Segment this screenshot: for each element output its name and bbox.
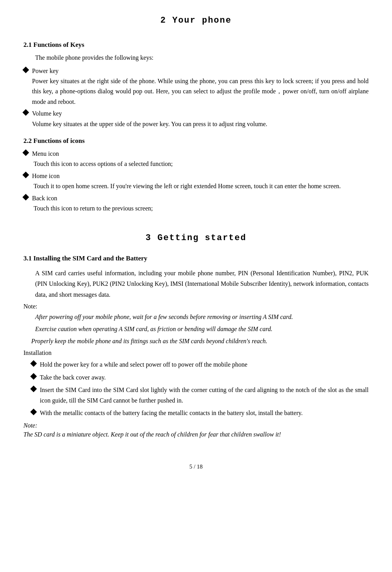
chapter2-title: 2 Your phone — [23, 16, 369, 25]
bullet-diamond-install-4 — [30, 408, 37, 415]
install-item-1: Hold the power key for a while and selec… — [31, 360, 369, 370]
bullet-diamond-menu — [23, 149, 29, 156]
note2-text: Exercise caution when operating A SIM ca… — [35, 324, 369, 334]
page-number: 5 / 18 — [189, 463, 203, 470]
section31-body1: A SIM card carries useful information, i… — [35, 268, 369, 300]
bullet-diamond-install-2 — [30, 373, 37, 380]
bullet-diamond-power — [23, 66, 29, 73]
section22-heading-text: 2.2 Functions of icons — [23, 137, 85, 144]
section22-heading: 2.2 Functions of icons — [23, 137, 369, 145]
install-text-2: Take the back cover away. — [40, 372, 369, 383]
power-key-content: Power key Power key situates at the righ… — [32, 66, 369, 107]
power-key-item: Power key Power key situates at the righ… — [23, 66, 369, 107]
section31-heading-text: 3.1 Installing the SIM Card and the Batt… — [23, 255, 147, 262]
menu-icon-item: Menu icon Touch this icon to access opti… — [23, 149, 369, 169]
note-label: Note: — [23, 303, 369, 310]
installation-label: Installation — [23, 349, 369, 356]
bullet-diamond-install-3 — [30, 386, 37, 392]
bullet-diamond-install-1 — [30, 360, 37, 367]
home-icon-content: Home icon Touch it to open home screen. … — [32, 171, 369, 192]
install-item-4: With the metallic contacts of the batter… — [31, 408, 369, 418]
section21-heading: 2.1 Functions of Keys — [23, 41, 369, 49]
back-icon-desc: Touch this icon to return to the previou… — [34, 203, 369, 214]
note-final-text: The SD card is a miniature object. Keep … — [23, 429, 369, 440]
volume-key-content: Volume key Volume key situates at the up… — [32, 109, 369, 129]
back-icon-title: Back icon — [32, 193, 369, 203]
page-container: 2 Your phone 2.1 Functions of Keys The m… — [23, 16, 369, 470]
page-footer: 5 / 18 — [23, 463, 369, 470]
bullet-diamond-home — [23, 171, 29, 178]
section21-heading-text: 2.1 Functions of Keys — [23, 41, 84, 48]
volume-key-desc: Volume key situates at the upper side of… — [32, 119, 369, 129]
volume-key-item: Volume key Volume key situates at the up… — [23, 109, 369, 129]
section21-intro: The mobile phone provides the following … — [35, 53, 369, 63]
menu-icon-title: Menu icon — [32, 149, 369, 159]
note1-text: After powering off your mobile phone, wa… — [35, 312, 369, 322]
power-key-desc: Power key situates at the right side of … — [32, 76, 369, 107]
install-item-3: Insert the SIM Card into the SIM Card sl… — [31, 385, 369, 406]
install-text-1: Hold the power key for a while and selec… — [40, 360, 369, 370]
section31-heading: 3.1 Installing the SIM Card and the Batt… — [23, 255, 369, 262]
home-icon-item: Home icon Touch it to open home screen. … — [23, 171, 369, 192]
note3-text: Properly keep the mobile phone and its f… — [31, 336, 369, 346]
back-icon-item: Back icon Touch this icon to return to t… — [23, 193, 369, 214]
home-icon-title: Home icon — [32, 171, 369, 181]
menu-icon-desc: Touch this icon to access options of a s… — [34, 159, 369, 169]
bullet-diamond-volume — [23, 109, 29, 116]
chapter3-title: 3 Getting started — [23, 233, 369, 243]
note-final-label: Note: — [23, 422, 369, 429]
install-text-3: Insert the SIM Card into the SIM Card sl… — [40, 385, 369, 406]
menu-icon-content: Menu icon Touch this icon to access opti… — [32, 149, 369, 169]
power-key-title: Power key — [32, 66, 369, 76]
bullet-diamond-back — [23, 194, 29, 200]
install-item-2: Take the back cover away. — [31, 372, 369, 383]
back-icon-content: Back icon Touch this icon to return to t… — [32, 193, 369, 214]
chapter3-separator: 3 Getting started — [23, 233, 369, 243]
volume-key-title: Volume key — [32, 109, 369, 119]
install-text-4: With the metallic contacts of the batter… — [40, 408, 369, 418]
home-icon-desc: Touch it to open home screen. If you're … — [34, 181, 369, 191]
